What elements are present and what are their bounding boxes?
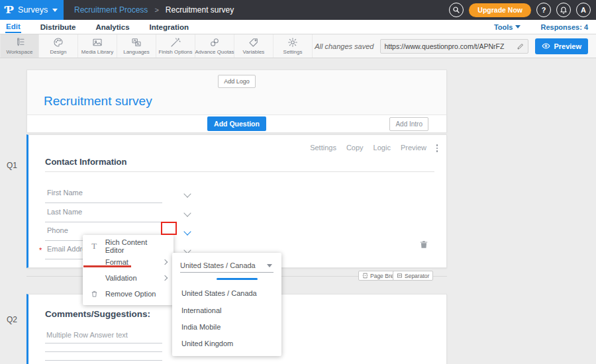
chevron-down-icon (515, 25, 521, 28)
separator-icon (397, 273, 403, 279)
chevron-down-icon[interactable] (183, 190, 191, 197)
chevron-down-icon (267, 264, 272, 267)
toolbar-item-label: Advance Quotas (195, 49, 234, 55)
row-label: First Name (47, 189, 83, 197)
menu-item-format[interactable]: Format (83, 254, 174, 270)
question-number-q2: Q2 (7, 315, 17, 324)
toolbar-item-label: Finish Options (158, 49, 192, 55)
tag-icon (248, 37, 259, 48)
delete-question-button[interactable] (419, 240, 428, 252)
edit-pencil-icon[interactable] (517, 42, 524, 50)
row-label: Phone (47, 226, 68, 234)
toolbar-item-media-library[interactable]: Media Library (78, 34, 117, 58)
survey-url-input[interactable] (384, 42, 514, 50)
question-title-q2[interactable]: Comments/Suggestions: (45, 309, 150, 319)
menu-item-rich-content-editor[interactable]: T Rich Content Editor (83, 238, 174, 254)
tab-integration[interactable]: Integration (149, 21, 189, 32)
survey-title[interactable]: Recruitment survey (44, 94, 152, 109)
toolbar-item-variables[interactable]: Variables (234, 34, 273, 58)
tab-analytics[interactable]: Analytics (95, 21, 130, 32)
question-settings-link[interactable]: Settings (310, 144, 336, 152)
toolbar-item-languages[interactable]: Languages (117, 34, 156, 58)
breadcrumb-parent[interactable]: Recruitment Process (74, 5, 148, 15)
breadcrumb-current: Recruitment survey (166, 5, 234, 15)
more-options-icon[interactable] (436, 144, 438, 152)
format-option-international[interactable]: International (181, 306, 222, 314)
answer-line[interactable] (45, 360, 162, 361)
answer-line[interactable] (45, 343, 162, 343)
toolbar-item-label: Design (50, 49, 67, 55)
preview-button[interactable]: Preview (535, 38, 588, 54)
question-copy-link[interactable]: Copy (346, 144, 364, 152)
contact-row-last-name[interactable]: Last Name (45, 206, 162, 222)
image-icon (92, 37, 103, 48)
row-label: Last Name (47, 208, 82, 216)
avatar[interactable]: A (576, 3, 591, 17)
trash-icon (419, 240, 428, 250)
question-actions: Settings Copy Logic Preview (310, 144, 426, 152)
format-option-india-mobile[interactable]: India Mobile (181, 323, 221, 331)
help-icon: ? (542, 6, 546, 14)
add-intro-button[interactable]: Add Intro (389, 117, 428, 131)
translate-icon (131, 37, 142, 48)
toolbar-item-advance-quotas[interactable]: Advance Quotas (195, 34, 234, 58)
avatar-initial: A (581, 6, 586, 14)
notifications-button[interactable] (556, 3, 571, 17)
save-status: All changes saved (315, 42, 373, 50)
separator-label: Separator (405, 273, 429, 279)
survey-header-actions: Add Question Add Intro (27, 114, 446, 132)
toolbar-item-label: Languages (123, 49, 150, 55)
separator-button[interactable]: Separator (393, 271, 433, 281)
search-icon (452, 6, 460, 14)
survey-editor-canvas: Add Logo Recruitment survey Add Question… (0, 58, 596, 364)
format-option-united-kingdom[interactable]: United Kingdom (181, 340, 233, 347)
format-submenu-panel: United States / Canada United States / C… (172, 253, 281, 356)
tools-dropdown[interactable]: Tools (494, 23, 521, 31)
answer-line[interactable] (45, 351, 162, 352)
toolbar-right: All changes saved Preview (315, 34, 596, 58)
add-logo-button[interactable]: Add Logo (218, 75, 256, 88)
menu-item-remove-option[interactable]: Remove Option (83, 286, 174, 302)
question-preview-link[interactable]: Preview (401, 144, 426, 152)
question-title-rule (45, 171, 434, 172)
surveys-product-menu[interactable]: Ƥ Surveys (0, 0, 64, 20)
toolbar-item-label: Settings (283, 49, 303, 55)
question-logic-link[interactable]: Logic (373, 144, 391, 152)
upgrade-now-button[interactable]: Upgrade Now (469, 3, 531, 17)
topbar-actions: Upgrade Now ? A (449, 3, 596, 17)
chevron-right-icon (162, 275, 168, 281)
format-option-us-canada[interactable]: United States / Canada (181, 289, 257, 297)
eye-icon (542, 42, 550, 50)
palette-icon (53, 37, 64, 48)
rich-text-icon: T (89, 241, 99, 251)
toolbar-item-workspace[interactable]: Workspace (0, 34, 39, 58)
breadcrumb-separator: > (154, 6, 158, 14)
workspace-icon (15, 37, 25, 48)
chevron-down-icon[interactable] (183, 209, 191, 216)
breadcrumb: Recruitment Process > Recruitment survey (74, 5, 234, 15)
toolbar-item-design[interactable]: Design (39, 34, 78, 58)
tab-edit[interactable]: Edit (5, 21, 21, 33)
row-options-context-menu: T Rich Content Editor Format Validation … (83, 235, 174, 305)
annotation-underline (83, 265, 131, 267)
responses-link[interactable]: Responses: 4 (540, 23, 588, 31)
scroll-indicator[interactable] (217, 278, 258, 280)
question-title-q1[interactable]: Contact Information (45, 157, 127, 167)
gear-icon (287, 37, 298, 48)
format-selected-value: United States / Canada (180, 261, 256, 269)
toolbar-item-label: Media Library (81, 49, 113, 55)
help-button[interactable]: ? (536, 3, 551, 17)
format-select[interactable]: United States / Canada (180, 259, 273, 273)
preview-label: Preview (554, 42, 581, 50)
tab-distribute[interactable]: Distribute (40, 21, 77, 32)
questionpro-logo-icon: Ƥ (5, 4, 13, 16)
toolbar-item-finish-options[interactable]: Finish Options (156, 34, 195, 58)
chevron-down-icon[interactable] (183, 228, 191, 235)
menu-item-label: Validation (105, 274, 137, 282)
toolbar-item-settings[interactable]: Settings (273, 34, 313, 58)
contact-row-first-name[interactable]: First Name (45, 187, 162, 203)
add-question-button[interactable]: Add Question (207, 116, 266, 131)
search-button[interactable] (449, 3, 464, 17)
chain-icon (209, 37, 220, 48)
menu-item-validation[interactable]: Validation (83, 270, 174, 286)
